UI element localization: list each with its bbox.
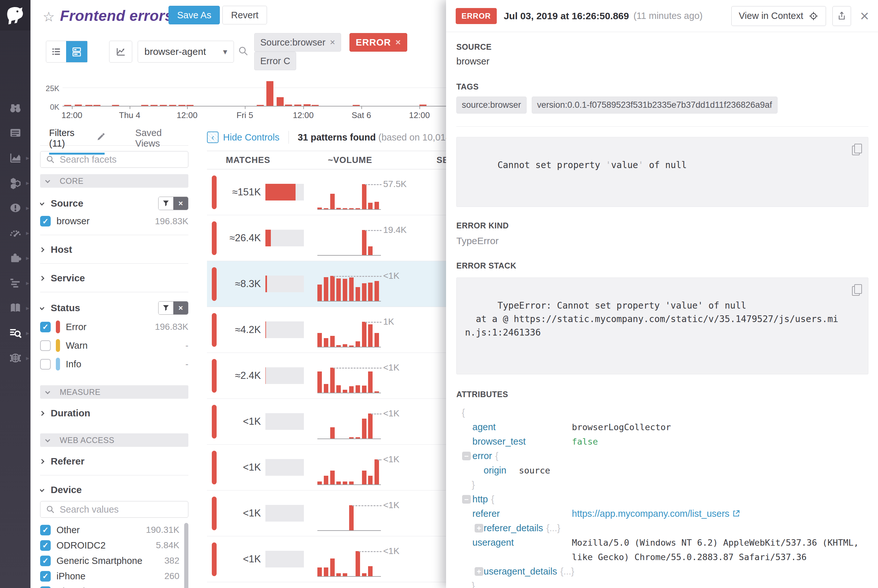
referer-link[interactable]: https://app.mycompany.com/list_users: [572, 508, 740, 519]
sidebar-item-synthetics-gauge[interactable]: ▸: [0, 221, 30, 244]
checkbox[interactable]: ✓: [40, 540, 51, 551]
events-timeline-chart[interactable]: 25K 0K 12:00Thu 412:00Fri 512:00Sat 612:…: [30, 77, 446, 122]
facet-value-row[interactable]: ✓Error196.83K: [40, 321, 188, 333]
facet-value-row[interactable]: ✓browser196.83K: [40, 216, 188, 226]
view-in-context-button[interactable]: View in Context: [731, 6, 826, 26]
collapse-toggle-icon[interactable]: −: [462, 495, 471, 504]
timeline-bar[interactable]: [266, 81, 273, 106]
search-filter-tag[interactable]: Source:browser×: [254, 33, 341, 52]
sidebar-item-infrastructure[interactable]: ▸: [0, 171, 30, 194]
remove-tag-icon[interactable]: ×: [395, 37, 401, 48]
scrollbar-thumb[interactable]: [184, 523, 188, 588]
timeline-bar[interactable]: [353, 105, 360, 106]
timeline-bar[interactable]: [160, 105, 167, 106]
pattern-row[interactable]: ≈151K57.5K: [207, 170, 446, 215]
timeline-bar[interactable]: [86, 105, 92, 106]
column-header[interactable]: MATCHES: [207, 155, 289, 165]
pattern-row[interactable]: ≈2.4K<1K: [207, 353, 446, 399]
timeline-bar[interactable]: [303, 104, 311, 106]
facet-header[interactable]: Service: [40, 273, 188, 284]
facet-value-row[interactable]: Info-: [40, 358, 188, 370]
save-as-button[interactable]: Save As: [168, 6, 220, 24]
pattern-row[interactable]: ≈4.2K1K: [207, 307, 446, 353]
timeline-bar[interactable]: [75, 105, 82, 106]
checkbox[interactable]: ✓: [40, 571, 51, 582]
facet-clear-button[interactable]: ×: [173, 302, 188, 314]
pattern-row[interactable]: <1K<1K: [207, 536, 446, 582]
event-tag[interactable]: version:0.0.1-f07589523f531b2335e7b37dd1…: [532, 96, 777, 114]
checkbox[interactable]: ✓: [40, 586, 51, 588]
checkbox[interactable]: [40, 359, 51, 369]
timeline-bar[interactable]: [93, 105, 101, 106]
facet-header[interactable]: Host: [40, 244, 188, 255]
expand-toggle-icon[interactable]: +: [474, 567, 483, 576]
facet-filter-button[interactable]: [159, 197, 173, 210]
sidebar-item-apm-traces[interactable]: ▸: [0, 272, 30, 294]
facet-header[interactable]: Referer: [40, 456, 188, 467]
timeline-bar[interactable]: [186, 105, 194, 106]
checkbox[interactable]: ✓: [40, 525, 51, 536]
facet-group-header[interactable]: MEASURE: [40, 385, 188, 399]
column-header[interactable]: ~VOLUME: [289, 155, 411, 165]
column-header[interactable]: SERVICE: [411, 155, 446, 165]
sidebar-item-events[interactable]: [0, 121, 30, 144]
timeline-bar[interactable]: [277, 97, 284, 106]
search-filter-tag[interactable]: Error C: [254, 52, 296, 70]
sidebar-item-network-globe[interactable]: ▸: [0, 346, 30, 369]
facet-group-header[interactable]: WEB ACCESS: [40, 434, 188, 447]
datadog-logo[interactable]: [0, 0, 30, 30]
facet-group-header[interactable]: CORE: [40, 174, 188, 188]
checkbox[interactable]: ✓: [40, 322, 51, 332]
copy-icon[interactable]: [852, 284, 861, 296]
facet-value-row[interactable]: ✓iPhone260: [40, 568, 188, 584]
tab-saved-views[interactable]: Saved Views: [135, 128, 188, 149]
timeline-bar[interactable]: [294, 105, 301, 106]
sidebar-item-integrations-puzzle[interactable]: ▸: [0, 246, 30, 270]
pattern-row[interactable]: ≈26.4K19.4K: [207, 215, 446, 261]
facet-header[interactable]: Status×: [40, 301, 188, 315]
sidebar-item-watchdog-binoculars[interactable]: [0, 96, 30, 119]
facet-value-row[interactable]: ✓ODROIDC25.84K: [40, 538, 188, 553]
revert-button[interactable]: Revert: [222, 6, 267, 24]
facet-clear-button[interactable]: ×: [173, 197, 188, 210]
pattern-row[interactable]: <1K<1K: [207, 490, 446, 536]
list-view-button[interactable]: [46, 41, 66, 62]
sidebar-item-monitors[interactable]: ▸: [0, 196, 30, 219]
pencil-edit-icon[interactable]: [96, 133, 105, 144]
search-filter-tag[interactable]: ERROR×: [350, 33, 407, 52]
group-by-dropdown[interactable]: browser-agent ▾: [138, 41, 234, 63]
facet-filter-button[interactable]: [159, 302, 173, 314]
pattern-row[interactable]: ≈8.3K<1K: [207, 261, 446, 307]
collapse-toggle-icon[interactable]: −: [462, 452, 471, 460]
copy-icon[interactable]: [852, 144, 861, 155]
export-share-button[interactable]: [833, 6, 851, 26]
close-icon[interactable]: ×: [860, 8, 869, 24]
facet-value-row[interactable]: ✓Other190.31K: [40, 522, 188, 538]
pattern-row[interactable]: <1K<1K: [207, 445, 446, 490]
facet-header[interactable]: Duration: [40, 408, 188, 418]
remove-tag-icon[interactable]: ×: [330, 37, 335, 48]
event-tag[interactable]: source:browser: [456, 96, 527, 114]
device-search-input[interactable]: Search values: [40, 501, 188, 518]
checkbox[interactable]: [40, 340, 51, 351]
timeline-bar[interactable]: [179, 105, 186, 106]
checkbox[interactable]: ✓: [40, 556, 51, 566]
timeline-bar[interactable]: [285, 105, 292, 106]
search-bar[interactable]: Source:browser×ERROR×Error C: [237, 41, 446, 63]
timeline-bar[interactable]: [257, 105, 264, 106]
timeline-bar[interactable]: [312, 105, 319, 106]
timeline-bar[interactable]: [169, 105, 176, 106]
timeline-bar[interactable]: [112, 105, 119, 106]
sidebar-item-logs-search[interactable]: ▸: [0, 321, 30, 345]
hide-controls-button[interactable]: ‹ Hide Controls: [207, 132, 279, 143]
facet-value-row[interactable]: ✓XiaoMi MI 831: [40, 584, 188, 588]
facet-value-row[interactable]: ✓Generic Smartphone382: [40, 553, 188, 568]
pattern-row[interactable]: <1K<1K: [207, 399, 446, 445]
sidebar-item-notebooks[interactable]: ▸: [0, 296, 30, 320]
timeline-bar[interactable]: [64, 105, 71, 106]
expand-toggle-icon[interactable]: +: [474, 524, 483, 532]
timeline-bar[interactable]: [419, 105, 426, 106]
timeline-bar[interactable]: [150, 105, 158, 106]
tab-filters[interactable]: Filters (11): [49, 128, 105, 154]
favorite-star-icon[interactable]: ☆: [43, 9, 55, 25]
